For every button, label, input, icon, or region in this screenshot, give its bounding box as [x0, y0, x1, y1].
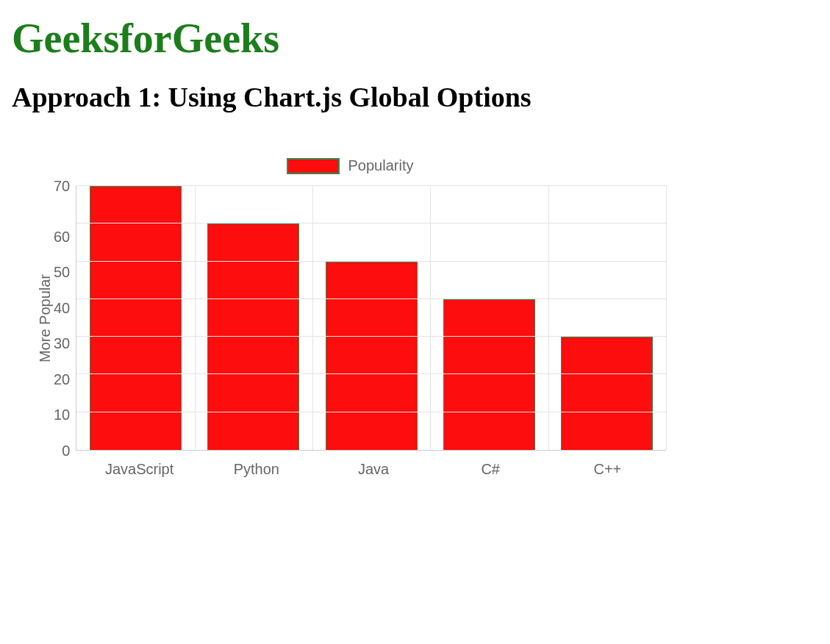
legend-swatch — [287, 158, 340, 174]
x-tick: C++ — [549, 451, 666, 478]
y-tick: 10 — [54, 407, 70, 422]
bar[interactable] — [561, 337, 653, 450]
x-axis-ticks: JavaScriptPythonJavaC#C++ — [81, 451, 666, 478]
y-tick: 30 — [54, 336, 70, 351]
y-tick: 20 — [54, 372, 70, 387]
legend-label: Popularity — [348, 157, 414, 174]
bar-slot — [195, 186, 312, 450]
bar-chart: Popularity More Popular 706050403020100 … — [34, 157, 666, 478]
bar-slot — [312, 186, 430, 450]
y-axis-title: More Popular — [34, 274, 54, 362]
y-tick: 50 — [54, 265, 70, 279]
bar-slot — [548, 186, 666, 450]
bar-slot — [76, 186, 194, 450]
bar[interactable] — [90, 186, 182, 450]
bar-slot — [430, 186, 548, 450]
plot-area — [76, 186, 666, 451]
bar[interactable] — [326, 262, 418, 450]
y-tick: 40 — [54, 301, 70, 315]
chart-legend[interactable]: Popularity — [34, 157, 666, 174]
y-tick: 70 — [54, 179, 70, 193]
x-tick: C# — [432, 451, 549, 478]
y-tick: 60 — [54, 229, 70, 244]
x-tick: Python — [198, 451, 315, 478]
page-subtitle: Approach 1: Using Chart.js Global Option… — [12, 81, 818, 113]
page-title: GeeksforGeeks — [12, 15, 818, 62]
y-tick: 0 — [62, 443, 70, 458]
x-tick: Java — [315, 451, 432, 478]
y-axis-ticks: 706050403020100 — [54, 186, 76, 451]
x-tick: JavaScript — [81, 451, 198, 478]
